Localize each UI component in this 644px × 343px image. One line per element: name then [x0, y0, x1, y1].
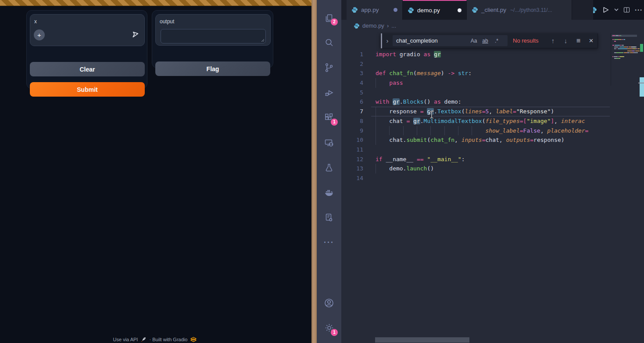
find-input-box[interactable]: Aa ab .*: [393, 35, 508, 46]
sidebar-item-settings[interactable]: 1: [317, 315, 341, 340]
tab-demo-py[interactable]: demo.py: [403, 0, 467, 20]
activity-bar: 2: [317, 0, 341, 343]
match-case-toggle[interactable]: Aa: [468, 38, 479, 44]
code-editor[interactable]: 1import gradio as gr23def chat_fn(messag…: [341, 32, 644, 343]
find-next-button[interactable]: ↓: [559, 37, 572, 44]
regex-toggle[interactable]: .*: [491, 38, 502, 44]
line-number: 1: [341, 50, 363, 59]
python-run-icon[interactable]: [593, 7, 597, 14]
whole-word-toggle[interactable]: ab: [479, 38, 491, 44]
code-line[interactable]: 10 chat.submit(chat_fn, inputs=chat, out…: [341, 135, 610, 145]
find-close-button[interactable]: ×: [585, 36, 597, 45]
rocket-icon: [141, 337, 146, 342]
minimap[interactable]: [611, 33, 640, 86]
code-line[interactable]: 7 response = gr.Textbox(lines=5, label="…: [341, 107, 610, 116]
split-editor-button[interactable]: [623, 6, 630, 14]
indent-guide: [376, 78, 376, 88]
code-line[interactable]: 12if __name__ == "__main__":: [341, 155, 610, 164]
indent-guide: [376, 135, 376, 145]
sidebar-item-source-control[interactable]: [317, 55, 341, 80]
sidebar-item-testing[interactable]: [317, 155, 341, 180]
line-number: 13: [341, 164, 363, 173]
sidebar-item-extensions[interactable]: 1: [317, 105, 341, 130]
code-line[interactable]: 2: [341, 59, 610, 69]
sidebar-item-account[interactable]: [317, 290, 341, 315]
send-button[interactable]: [129, 29, 141, 40]
line-number: 9: [341, 126, 363, 136]
built-with-gradio-link[interactable]: Built with Gradio: [152, 337, 187, 342]
tabbar-empty-space: [572, 0, 593, 20]
overview-word-highlight-mark: [640, 77, 644, 97]
code-line[interactable]: 13 demo.launch(): [341, 164, 610, 173]
sidebar-item-remote-explorer[interactable]: [317, 130, 341, 155]
tab-label: app.py: [361, 7, 379, 13]
output-textarea[interactable]: [161, 29, 266, 43]
code-line[interactable]: 3def chat_fn(message) -> str:: [341, 69, 610, 78]
find-widget: › Aa ab .* No results ↑ ↓ ≡ ×: [380, 33, 598, 48]
line-number: 11: [341, 145, 363, 155]
sidebar-item-run-debug[interactable]: [317, 80, 341, 105]
breadcrumb[interactable]: demo.py › ...: [341, 20, 644, 32]
input-label: x: [34, 18, 37, 25]
run-dropdown-chevron-icon[interactable]: [614, 8, 619, 11]
indent-guide: [472, 126, 472, 136]
line-number: 5: [341, 88, 363, 97]
multimodal-input-block[interactable]: x +: [30, 14, 145, 46]
find-nav-buttons: ↑ ↓ ≡ ×: [547, 36, 597, 45]
code-line[interactable]: 5: [341, 88, 610, 97]
window-divider-strip[interactable]: [311, 0, 317, 343]
vscode-window: 2: [317, 0, 644, 343]
overview-ruler[interactable]: [640, 32, 644, 343]
modified-dot-icon[interactable]: [458, 8, 462, 12]
line-number: 7: [341, 107, 363, 116]
find-in-selection-button[interactable]: ≡: [572, 37, 585, 45]
more-actions-button[interactable]: ···: [635, 6, 643, 14]
code-line[interactable]: 4 pass: [341, 78, 610, 88]
tab-path-description: ~/.../python3.11/...: [510, 7, 552, 13]
code-line[interactable]: 11: [341, 145, 610, 155]
source-control-icon: [324, 62, 334, 73]
tabbar-lead: [341, 0, 347, 20]
gradio-output-column: output Flag: [152, 10, 273, 68]
sidebar-item-more[interactable]: ···: [317, 230, 341, 255]
sidebar-item-search[interactable]: [317, 30, 341, 55]
code-line[interactable]: 8 chat = gr.MultimodalTextbox(file_types…: [341, 116, 610, 126]
sidebar-item-explorer[interactable]: 2: [317, 7, 341, 30]
sidebar-item-task-explorer[interactable]: [317, 205, 341, 230]
code-line[interactable]: 14: [341, 173, 610, 183]
python-icon: [351, 7, 358, 13]
tab-app-py[interactable]: app.py: [347, 0, 403, 20]
run-button[interactable]: [601, 6, 610, 14]
code-line[interactable]: 1import gradio as gr: [341, 50, 610, 59]
editor-actions: ···: [593, 0, 644, 20]
gradio-logo-icon: [190, 337, 197, 342]
line-number: 14: [341, 173, 363, 183]
sidebar-item-docker[interactable]: [317, 180, 341, 205]
screen: x + Clear Submit output Flag: [0, 0, 644, 343]
breadcrumb-file[interactable]: demo.py: [362, 22, 384, 29]
code-line[interactable]: 9 show_label=False, placeholder=: [341, 126, 610, 136]
line-number: 8: [341, 116, 363, 126]
use-via-api-link[interactable]: Use via API: [113, 337, 138, 342]
output-label: output: [160, 18, 174, 25]
find-expand-chevron-icon[interactable]: ›: [382, 37, 393, 44]
resize-handle-icon[interactable]: [261, 38, 265, 42]
loading-stripe-bar: [0, 0, 311, 6]
code-line[interactable]: 6with gr.Blocks() as demo:: [341, 97, 610, 107]
beaker-icon: [324, 162, 334, 173]
clear-button[interactable]: Clear: [30, 62, 145, 76]
tab-client-py[interactable]: _client.py ~/.../python3.11/...: [467, 0, 572, 20]
indent-guide: [403, 126, 404, 136]
find-previous-button[interactable]: ↑: [547, 37, 559, 44]
gradio-app-pane: x + Clear Submit output Flag: [0, 0, 311, 343]
attach-file-button[interactable]: +: [34, 29, 45, 40]
find-query-input[interactable]: [393, 37, 468, 44]
account-icon: [323, 297, 335, 309]
flag-button[interactable]: Flag: [155, 61, 270, 76]
horizontal-scrollbar[interactable]: [375, 337, 469, 343]
modified-dot-icon[interactable]: [394, 8, 397, 12]
indent-guide: [376, 116, 376, 126]
breadcrumb-tail[interactable]: ...: [391, 22, 396, 29]
submit-button[interactable]: Submit: [30, 82, 145, 97]
tab-label: _client.py: [481, 7, 506, 13]
